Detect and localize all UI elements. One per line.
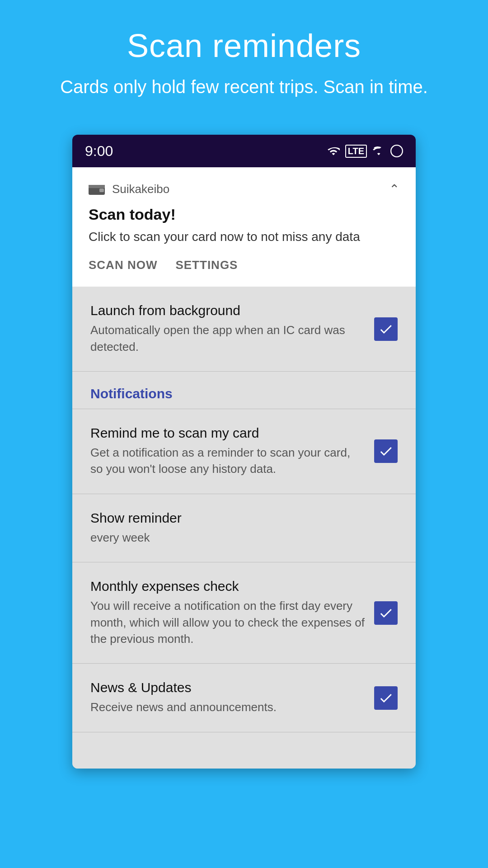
check-icon bbox=[378, 443, 394, 459]
remind-scan-item[interactable]: Remind me to scan my card Get a notifica… bbox=[72, 409, 416, 494]
notification-card: Suikakeibo ⌃ Scan today! Click to scan y… bbox=[72, 167, 416, 287]
page-title: Scan reminders bbox=[18, 27, 470, 64]
svg-rect-2 bbox=[89, 185, 105, 188]
chevron-up-icon[interactable]: ⌃ bbox=[389, 182, 399, 197]
camera-icon bbox=[390, 145, 403, 157]
scan-now-button[interactable]: SCAN NOW bbox=[89, 258, 157, 272]
phone-mockup: 9:00 LTE bbox=[72, 135, 416, 769]
lte-badge: LTE bbox=[345, 145, 367, 158]
show-reminder-item[interactable]: Show reminder every week bbox=[72, 494, 416, 562]
show-reminder-title: Show reminder bbox=[90, 510, 398, 526]
signal-icon bbox=[372, 145, 385, 157]
launch-from-background-desc: Automatically open the app when an IC ca… bbox=[90, 322, 365, 355]
page-subtitle: Cards only hold few recent trips. Scan i… bbox=[18, 75, 470, 99]
monthly-check-title: Monthly expenses check bbox=[90, 579, 365, 594]
launch-from-background-item[interactable]: Launch from background Automatically ope… bbox=[72, 287, 416, 372]
monthly-check-checkbox[interactable] bbox=[374, 601, 398, 625]
svg-point-0 bbox=[391, 145, 403, 157]
status-time: 9:00 bbox=[85, 143, 113, 160]
news-updates-checkbox[interactable] bbox=[374, 686, 398, 710]
notif-app-name: Suikakeibo bbox=[112, 182, 169, 196]
monthly-check-item[interactable]: Monthly expenses check You will receive … bbox=[72, 562, 416, 664]
notif-body: Click to scan your card now to not miss … bbox=[89, 228, 399, 245]
news-updates-item[interactable]: News & Updates Receive news and announce… bbox=[72, 664, 416, 732]
notifications-section-header: Notifications bbox=[72, 372, 416, 409]
launch-from-background-checkbox[interactable] bbox=[374, 317, 398, 341]
notif-header: Suikakeibo ⌃ bbox=[89, 182, 399, 197]
wifi-icon bbox=[327, 145, 340, 157]
check-icon bbox=[378, 321, 394, 337]
check-icon bbox=[378, 690, 394, 706]
top-section: Scan reminders Cards only hold few recen… bbox=[0, 0, 488, 117]
notif-actions: SCAN NOW SETTINGS bbox=[89, 258, 399, 272]
show-reminder-desc: every week bbox=[90, 529, 398, 546]
news-updates-desc: Receive news and announcements. bbox=[90, 699, 365, 715]
notif-title: Scan today! bbox=[89, 206, 399, 223]
settings-button[interactable]: SETTINGS bbox=[175, 258, 238, 272]
check-icon bbox=[378, 605, 394, 621]
notif-app-info: Suikakeibo bbox=[89, 182, 169, 196]
status-icons: LTE bbox=[327, 145, 403, 158]
monthly-check-desc: You will receive a notification on the f… bbox=[90, 598, 365, 647]
remind-scan-title: Remind me to scan my card bbox=[90, 425, 365, 441]
bottom-padding bbox=[72, 732, 416, 769]
news-updates-title: News & Updates bbox=[90, 680, 365, 695]
notifications-label: Notifications bbox=[90, 386, 173, 401]
launch-from-background-title: Launch from background bbox=[90, 303, 365, 318]
settings-list: Launch from background Automatically ope… bbox=[72, 287, 416, 769]
remind-scan-checkbox[interactable] bbox=[374, 439, 398, 463]
status-bar: 9:00 LTE bbox=[72, 135, 416, 167]
remind-scan-desc: Get a notification as a reminder to scan… bbox=[90, 444, 365, 477]
wallet-icon bbox=[89, 183, 105, 196]
svg-rect-3 bbox=[99, 189, 104, 192]
